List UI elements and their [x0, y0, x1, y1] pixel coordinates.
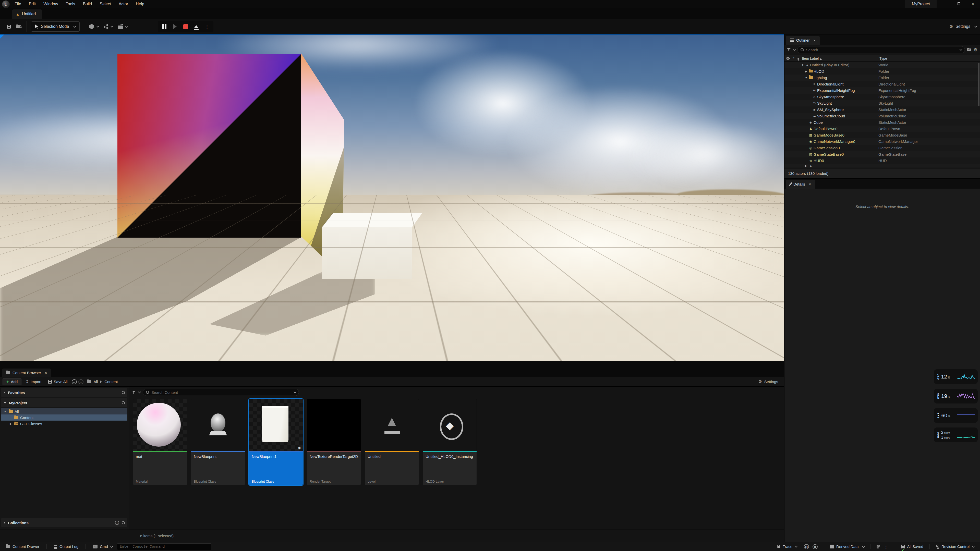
collections-section-header[interactable]: Collections +: [1, 518, 127, 527]
expander-icon[interactable]: ▼: [3, 410, 7, 413]
project-section-header[interactable]: MyProject: [1, 398, 127, 407]
expander-icon[interactable]: ▼: [804, 76, 808, 79]
asset-tile-mat[interactable]: mat Material: [133, 399, 187, 485]
outliner-scrollbar[interactable]: [978, 63, 980, 106]
create-folder-icon[interactable]: [967, 49, 971, 51]
outliner-row[interactable]: ▦ GameModeBase0 GameModeBase: [784, 132, 980, 138]
save-current-level-button[interactable]: [3, 21, 14, 32]
breadcrumb-root[interactable]: All: [94, 380, 98, 384]
minimize-button[interactable]: –: [938, 0, 952, 8]
eject-button[interactable]: [191, 22, 201, 31]
outliner-row[interactable]: ◎ GameSession0 GameSession: [784, 145, 980, 151]
favorite-column-icon[interactable]: *: [791, 56, 796, 60]
tab-outliner[interactable]: Outliner ×: [786, 36, 820, 44]
outliner-row[interactable]: ◈ Cube StaticMeshActor: [784, 119, 980, 125]
cmd-dropdown[interactable]: >_ Cmd: [89, 542, 116, 551]
outliner-row[interactable]: ▼ Lighting Folder: [784, 75, 980, 81]
tab-level-untitled[interactable]: ▲ Untitled: [12, 10, 42, 19]
content-drawer-button[interactable]: Content Drawer: [3, 542, 43, 551]
search-icon[interactable]: [122, 521, 125, 524]
expander-icon[interactable]: ▶: [9, 422, 13, 425]
folder-tree-content[interactable]: Content: [1, 414, 127, 421]
outliner-search-input[interactable]: [806, 48, 956, 52]
outliner-row[interactable]: ☼ SkyAtmosphere SkyAtmosphere: [784, 94, 980, 100]
menu-help[interactable]: Help: [132, 0, 148, 8]
save-all-button[interactable]: Save All: [45, 380, 70, 384]
forward-button[interactable]: →: [78, 379, 83, 384]
outliner-row[interactable]: ▶ HLOD Folder: [784, 68, 980, 75]
tab-details[interactable]: Details ×: [786, 179, 815, 189]
outliner-row[interactable]: ◠ SkyLight SkyLight: [784, 100, 980, 106]
favorites-section-header[interactable]: Favorites: [1, 388, 127, 397]
console-command-input[interactable]: [117, 543, 212, 550]
trace-pause-button[interactable]: ▮▮: [800, 542, 813, 551]
expander-icon[interactable]: ▶: [804, 70, 808, 73]
close-button[interactable]: ×: [966, 0, 980, 8]
menu-select[interactable]: Select: [96, 0, 114, 8]
output-log-button[interactable]: Output Log: [50, 542, 82, 551]
tab-content-browser[interactable]: Content Browser ×: [2, 368, 51, 377]
outliner-row[interactable]: ≋ ExponentialHeightFog ExponentialHeight…: [784, 87, 980, 94]
visibility-column-icon[interactable]: [784, 56, 791, 60]
asset-tile-untitled_hlod0_instancing[interactable]: Untitled_HLOD0_Instancing HLOD Layer: [423, 399, 477, 485]
close-icon[interactable]: ×: [809, 182, 811, 186]
outliner-row[interactable]: ◈ SM_SkySphere StaticMeshActor: [784, 106, 980, 113]
outliner-row[interactable]: ☀ DirectionalLight DirectionalLight: [784, 81, 980, 87]
level-viewport[interactable]: [0, 35, 784, 361]
add-button[interactable]: + Add: [3, 378, 21, 385]
trace-dropdown[interactable]: Trace: [773, 542, 800, 551]
trace-snapshot-button[interactable]: ▣: [813, 542, 821, 551]
toolbar-settings-dropdown[interactable]: ⚙ Settings: [949, 24, 977, 29]
outliner-row[interactable]: ▼ ▲ Untitled (Play In Editor) World: [784, 62, 980, 68]
derived-data-dropdown[interactable]: Derived Data: [827, 542, 868, 551]
outliner-settings-icon[interactable]: ⚙: [974, 48, 977, 52]
content-search-input[interactable]: [151, 390, 290, 395]
import-button[interactable]: ↧ Import: [23, 380, 44, 384]
folder-tree-c-classes[interactable]: ▶ C++ Classes: [1, 421, 127, 427]
expander-icon[interactable]: ▼: [801, 64, 804, 66]
asset-tile-newblueprint1[interactable]: NewBlueprint1 Blueprint Class: [249, 399, 303, 485]
add-collection-icon[interactable]: +: [115, 521, 119, 525]
search-icon[interactable]: [122, 391, 125, 394]
content-browser-button[interactable]: [14, 21, 24, 32]
insights-button[interactable]: ⋮: [873, 542, 892, 551]
frame-skip-button[interactable]: [170, 22, 180, 31]
editor-mode-dropdown[interactable]: Selection Mode: [31, 21, 80, 32]
stop-button[interactable]: [181, 22, 191, 31]
expander-icon[interactable]: ▶: [804, 164, 808, 167]
asset-tile-newtexturerendertarget2d[interactable]: NewTextureRenderTarget2D Render Target: [307, 399, 361, 485]
menu-build[interactable]: Build: [80, 0, 95, 8]
filter-icon[interactable]: [132, 391, 135, 394]
close-icon[interactable]: ×: [45, 371, 47, 375]
asset-tile-untitled[interactable]: Untitled Level: [365, 399, 419, 485]
menu-window[interactable]: Window: [40, 0, 61, 8]
menu-edit[interactable]: Edit: [25, 0, 39, 8]
outliner-row[interactable]: ⊕ HUD0 HUD: [784, 157, 980, 164]
outliner-row[interactable]: ◉ GameNetworkManager0 GameNetworkManager: [784, 138, 980, 145]
pin-column-icon[interactable]: [796, 56, 800, 60]
blueprints-dropdown[interactable]: [101, 24, 115, 29]
menu-actor[interactable]: Actor: [115, 0, 132, 8]
outliner-row[interactable]: ♟ DefaultPawn0 DefaultPawn: [784, 125, 980, 132]
outliner-row[interactable]: ☁ VolumetricCloud VolumetricCloud: [784, 113, 980, 119]
asset-tile-newblueprint[interactable]: NewBlueprint Blueprint Class: [191, 399, 245, 485]
maximize-button[interactable]: [952, 0, 966, 8]
cinematics-dropdown[interactable]: [115, 24, 130, 29]
add-actor-dropdown[interactable]: +: [86, 24, 101, 29]
outliner-row[interactable]: ▨ GameStateBase0 GameStateBase: [784, 151, 980, 157]
source-control-save-button[interactable]: All Saved: [897, 542, 927, 551]
revision-control-dropdown[interactable]: Revision Control: [932, 542, 977, 551]
content-browser-settings-button[interactable]: ⚙ Settings: [759, 380, 782, 384]
play-options-button[interactable]: ⋮: [202, 22, 212, 31]
item-label-column-header[interactable]: Item Label: [800, 56, 823, 60]
search-icon[interactable]: [122, 401, 125, 404]
folder-tree-all[interactable]: ▼ All: [1, 408, 127, 414]
close-icon[interactable]: ×: [814, 38, 816, 42]
outliner-row[interactable]: ▶ ▲: [784, 164, 980, 167]
menu-tools[interactable]: Tools: [62, 0, 78, 8]
back-button[interactable]: ←: [72, 379, 77, 384]
breadcrumb-current[interactable]: Content: [104, 380, 118, 384]
content-search-box[interactable]: [143, 389, 299, 396]
outliner-search-box[interactable]: [797, 46, 965, 53]
type-column-header[interactable]: Type: [878, 56, 980, 60]
